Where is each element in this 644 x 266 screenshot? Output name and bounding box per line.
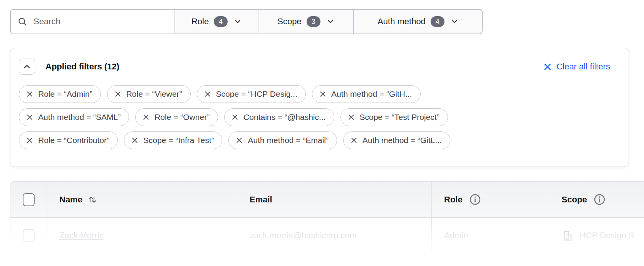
- filter-chip-label: Role = “Viewer”: [126, 89, 182, 99]
- filter-chip-row: Role = “Admin” Role = “Viewer” Scope = “…: [19, 85, 620, 103]
- remove-filter-icon[interactable]: [132, 137, 138, 143]
- filter-chip-label: Role = “Contributor”: [38, 136, 109, 145]
- filter-chip-label: Auth method = “Email”: [248, 136, 329, 145]
- filter-chip-label: Contains = “@hashic...: [243, 113, 325, 122]
- name-column-label: Name: [59, 195, 82, 205]
- email-column-label: Email: [250, 195, 272, 205]
- remove-filter-icon[interactable]: [115, 91, 121, 97]
- remove-filter-icon[interactable]: [205, 91, 211, 97]
- remove-filter-icon[interactable]: [27, 91, 33, 97]
- filter-chip-label: Role = “Owner”: [154, 113, 210, 122]
- role-filter-count-badge: 4: [214, 16, 228, 27]
- remove-filter-icon[interactable]: [348, 114, 354, 120]
- user-role: Admin: [444, 231, 468, 241]
- filter-chip: Role = “Viewer”: [107, 85, 191, 103]
- filter-chip: Auth method = “GitH...: [312, 85, 421, 103]
- role-filter-dropdown[interactable]: Role 4: [174, 10, 258, 34]
- search-field-wrap: [11, 10, 174, 34]
- organization-icon: [562, 229, 574, 242]
- sort-by-name-button[interactable]: Name: [59, 195, 97, 205]
- remove-filter-icon[interactable]: [320, 91, 326, 97]
- remove-filter-icon[interactable]: [236, 137, 242, 143]
- table-header-checkbox-cell: [10, 182, 47, 217]
- close-icon: [543, 63, 552, 71]
- filter-chip-label: Auth method = “SAML”: [38, 113, 121, 122]
- remove-filter-icon[interactable]: [232, 114, 238, 120]
- filter-chip: Auth method = “SAML”: [19, 108, 129, 126]
- row-checkbox[interactable]: [23, 229, 35, 242]
- applied-filters-title: Applied filters (12): [45, 62, 119, 72]
- sort-arrows-icon: [88, 195, 97, 205]
- table-header-scope: Scope: [549, 182, 644, 217]
- filter-chip-row: Auth method = “SAML” Role = “Owner” Cont…: [19, 108, 620, 126]
- table-header-email: Email: [237, 182, 431, 217]
- scope-filter-label: Scope: [277, 17, 301, 27]
- user-name-link[interactable]: Zack Morris: [59, 231, 104, 241]
- row-scope-cell: HCP Design S: [549, 218, 644, 253]
- filter-chip: Role = “Owner”: [135, 108, 218, 126]
- auth-method-filter-count-badge: 4: [431, 16, 444, 27]
- remove-filter-icon[interactable]: [27, 114, 33, 120]
- scope-filter-dropdown[interactable]: Scope 3: [258, 10, 353, 34]
- search-input[interactable]: [34, 17, 168, 27]
- row-email-cell: zack.morris@hashicorp.com: [237, 218, 431, 253]
- applied-filters-header: Applied filters (12) Clear all filters: [19, 58, 620, 75]
- search-icon: [18, 17, 27, 27]
- filter-chip: Role = “Contributor”: [19, 131, 118, 149]
- scope-column-label: Scope: [562, 195, 587, 205]
- role-column-label: Role: [444, 195, 463, 205]
- row-name-cell: Zack Morris: [47, 218, 237, 253]
- table-header-name: Name: [47, 182, 237, 217]
- row-checkbox-cell: [10, 218, 47, 253]
- filter-chip-label: Scope = “Test Project”: [360, 113, 439, 122]
- filter-chip: Contains = “@hashic...: [224, 108, 334, 126]
- scope-filter-count-badge: 3: [307, 16, 320, 27]
- table-row: Zack Morris zack.morris@hashicorp.com Ad…: [10, 218, 644, 253]
- users-table: Name Email Role: [10, 181, 644, 266]
- filter-chip-label: Role = “Admin”: [38, 89, 92, 99]
- auth-method-filter-dropdown[interactable]: Auth method 4: [353, 10, 482, 34]
- filter-chip-label: Auth method = “GitH...: [331, 89, 412, 99]
- filter-chip-label: Scope = “HCP Desig...: [216, 89, 297, 99]
- table-header-row: Name Email Role: [10, 182, 644, 218]
- chevron-up-icon: [23, 62, 31, 71]
- filter-chip-label: Auth method = “GitL...: [362, 136, 442, 145]
- table-header-role: Role: [431, 182, 549, 217]
- filter-chip-row: Role = “Contributor” Scope = “Infra Test…: [19, 131, 620, 149]
- collapse-filters-button[interactable]: [19, 59, 35, 75]
- clear-all-filters-link[interactable]: Clear all filters: [543, 62, 610, 72]
- row-role-cell: Admin: [431, 218, 549, 253]
- user-email: zack.morris@hashicorp.com: [250, 231, 357, 241]
- remove-filter-icon[interactable]: [27, 137, 33, 143]
- chevron-down-icon: [234, 18, 242, 25]
- remove-filter-icon[interactable]: [143, 114, 149, 120]
- user-scope: HCP Design S: [580, 231, 634, 241]
- filter-chip: Role = “Admin”: [19, 85, 101, 103]
- select-all-checkbox[interactable]: [23, 193, 35, 206]
- clear-all-filters-label: Clear all filters: [557, 62, 610, 72]
- role-filter-label: Role: [191, 17, 209, 27]
- filter-bar: Role 4 Scope 3 Auth method 4: [10, 9, 483, 34]
- scope-info-icon[interactable]: [594, 194, 605, 205]
- filter-chip-label: Scope = “Infra Test”: [143, 136, 214, 145]
- filter-chip: Auth method = “GitL...: [343, 131, 450, 149]
- auth-method-filter-label: Auth method: [377, 17, 426, 27]
- chevron-down-icon: [451, 18, 458, 25]
- role-info-icon[interactable]: [469, 194, 481, 205]
- filter-chip: Scope = “HCP Desig...: [197, 85, 306, 103]
- remove-filter-icon[interactable]: [351, 137, 357, 143]
- page: Role 4 Scope 3 Auth method 4: [0, 0, 644, 266]
- filter-chip: Scope = “Test Project”: [340, 108, 448, 126]
- applied-filters-panel: Applied filters (12) Clear all filters R…: [10, 48, 629, 167]
- filter-chip: Scope = “Infra Test”: [124, 131, 222, 149]
- filter-chip: Auth method = “Email”: [228, 131, 337, 149]
- chevron-down-icon: [327, 18, 334, 25]
